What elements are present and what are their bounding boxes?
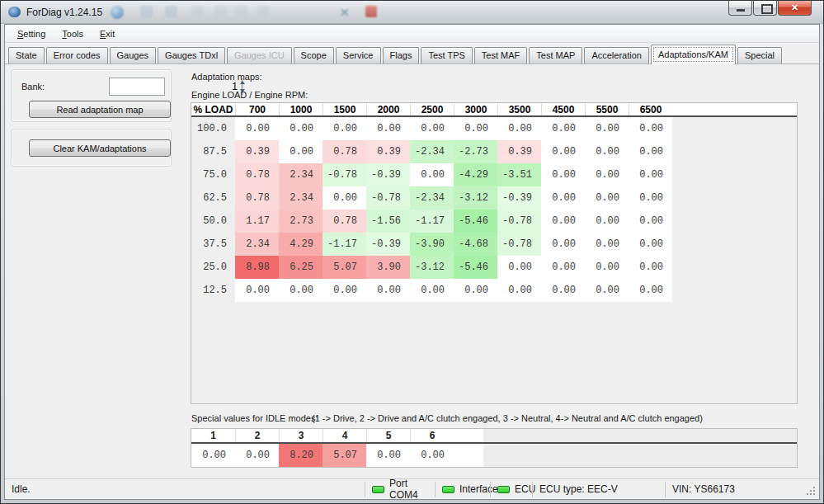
map-row-label: 62.5	[191, 186, 235, 210]
map-cell: -5.46	[454, 210, 497, 233]
resize-grip[interactable]	[806, 486, 817, 497]
map-cell: -3.51	[497, 163, 541, 186]
map-cell: 0.00	[323, 279, 366, 302]
map-cell: 0.00	[585, 279, 629, 302]
map-cell: -3.12	[454, 186, 497, 210]
map-cell: 8.98	[235, 256, 279, 279]
tab-content-adaptations-kam: Bank: Read adaptation map Clear KAM/adap…	[5, 64, 819, 478]
minimize-button[interactable]	[728, 1, 752, 16]
map-cell: -0.78	[323, 163, 366, 186]
bank-label: Bank:	[21, 82, 45, 92]
tab-test-map[interactable]: Test MAP	[529, 47, 582, 64]
map-row: 37.52.344.29-1.17-0.39-3.90-4.68-0.780.0…	[191, 233, 797, 256]
map-cell: 0.00	[585, 233, 629, 256]
menu-item-tools[interactable]: Tools	[54, 27, 91, 40]
idle-header-row: 123456	[191, 429, 797, 442]
clear-groupbox: Clear KAM/adaptations	[11, 129, 172, 167]
map-col-header: 5500	[585, 103, 629, 115]
map-row: 87.50.390.000.780.39-2.34-2.730.390.000.…	[191, 140, 797, 163]
map-cell: 0.78	[323, 210, 366, 233]
tab-test-tps[interactable]: Test TPS	[421, 47, 472, 64]
map-col-header: 1500	[323, 103, 366, 115]
map-cell: 1.17	[235, 210, 279, 233]
ghost-icon	[236, 6, 247, 16]
idle-value-cell: 0.00	[235, 444, 279, 467]
idle-value-cell: 0.00	[410, 444, 454, 467]
idle-values-row: 0.000.008.205.070.000.00	[191, 444, 797, 467]
menubar: SettingToolsExit	[5, 25, 819, 43]
map-cell: 0.00	[279, 117, 323, 140]
map-cell: -1.56	[366, 210, 410, 233]
ghost-icon	[165, 6, 177, 17]
map-cell: 0.78	[235, 163, 279, 186]
menu-item-exit[interactable]: Exit	[92, 27, 122, 40]
map-cell: 0.00	[279, 140, 323, 163]
map-cell: -4.29	[454, 163, 497, 186]
maximize-button[interactable]	[753, 1, 777, 16]
map-col-header: 3000	[454, 103, 497, 115]
map-cell: 0.00	[585, 163, 629, 186]
titlebar[interactable]: ForDiag v1.24.15 ✕	[1, 1, 823, 24]
map-col-header: 3500	[497, 103, 541, 115]
map-cell: -1.17	[323, 233, 366, 256]
special-values-note: (1 -> Drive, 2 -> Drive and A/C clutch e…	[312, 413, 703, 423]
vin-label: VIN: YS66173	[672, 483, 735, 495]
map-row-label: 37.5	[191, 233, 235, 256]
port-led-icon	[372, 486, 384, 493]
map-cell: 2.34	[279, 163, 323, 186]
tab-test-maf[interactable]: Test MAF	[474, 47, 527, 64]
map-cell: 0.00	[585, 140, 629, 163]
map-cell: 0.00	[323, 186, 366, 210]
map-cell: 0.00	[629, 233, 672, 256]
map-cell: 4.29	[279, 233, 323, 256]
map-cell: -0.78	[366, 186, 410, 210]
map-cell: 0.00	[541, 256, 585, 279]
map-cell: 0.00	[629, 279, 672, 302]
tab-state[interactable]: State	[8, 47, 45, 64]
interface-led-icon	[442, 486, 454, 493]
map-cell: 6.25	[279, 256, 323, 279]
map-cell: 0.00	[541, 186, 585, 210]
clear-kam-adaptations-button[interactable]: Clear KAM/adaptations	[29, 139, 171, 157]
tab-gauges[interactable]: Gauges	[110, 47, 157, 64]
map-header-row: % LOAD7001000150020002500300035004500550…	[191, 103, 797, 117]
map-cell: 0.00	[410, 279, 454, 302]
map-body: 100.00.000.000.000.000.000.000.000.000.0…	[191, 117, 797, 302]
map-cell: 0.78	[235, 186, 279, 210]
map-row: 62.50.782.340.00-0.78-2.34-3.12-0.390.00…	[191, 186, 797, 210]
menu-item-setting[interactable]: Setting	[10, 27, 53, 40]
app-icon	[8, 7, 21, 17]
map-cell: 2.34	[235, 233, 279, 256]
tab-special[interactable]: Special	[737, 47, 782, 64]
tab-acceleration[interactable]: Acceleration	[584, 47, 649, 64]
special-values-label: Special values for IDLE modes:	[191, 413, 318, 423]
tab-scope[interactable]: Scope	[294, 47, 334, 64]
map-cell: 0.00	[454, 117, 497, 140]
close-button[interactable]	[778, 1, 812, 16]
tab-error-codes[interactable]: Error codes	[46, 47, 108, 64]
idle-col-header: 6	[410, 429, 454, 442]
map-row-label: 12.5	[191, 279, 235, 302]
statusbar: Idle. Port COM4 Interface ECU ECU type: …	[5, 478, 819, 499]
map-cell: 0.00	[585, 117, 629, 140]
map-cell: 0.39	[366, 140, 410, 163]
app-window: ForDiag v1.24.15 ✕ SettingToolsExit Stat…	[0, 0, 824, 504]
tab-flags[interactable]: Flags	[383, 47, 420, 64]
tab-service[interactable]: Service	[336, 47, 381, 64]
idle-value-cell: 0.00	[191, 444, 235, 467]
titlebar-ghost-artifacts: ✕	[111, 4, 391, 21]
tab-gauges-tdxl[interactable]: Gauges TDxl	[158, 47, 225, 64]
read-adaptation-map-button[interactable]: Read adaptation map	[29, 101, 171, 118]
map-col-header: 2500	[410, 103, 454, 115]
map-cell: 0.00	[454, 279, 497, 302]
window-title: ForDiag v1.24.15	[26, 7, 102, 18]
map-cell: 0.00	[541, 140, 585, 163]
tab-adaptations-kam[interactable]: Adaptations/KAM	[651, 45, 736, 64]
map-cell: 2.34	[279, 186, 323, 210]
ghost-blue-circle-icon	[111, 6, 124, 19]
ghost-icon	[257, 6, 269, 16]
map-cell: -2.34	[410, 186, 454, 210]
map-corner-header: % LOAD	[191, 103, 235, 115]
map-cell: 0.00	[629, 117, 672, 140]
ghost-icon	[214, 6, 226, 16]
